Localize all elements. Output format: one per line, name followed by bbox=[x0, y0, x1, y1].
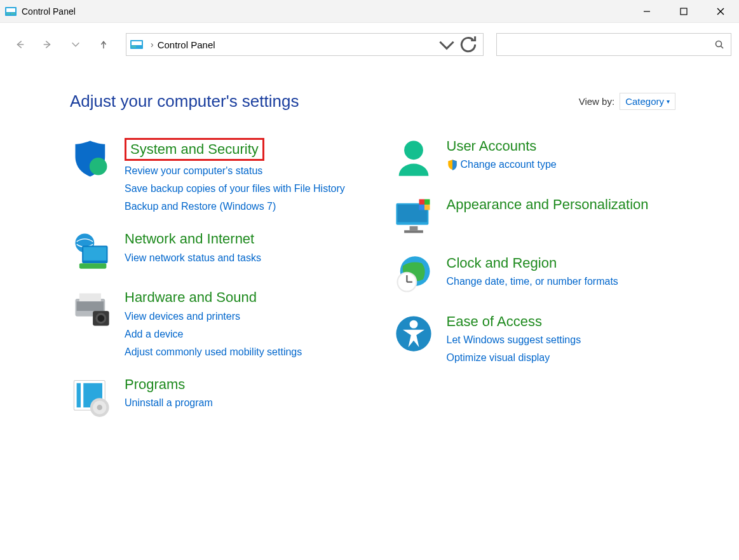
control-panel-icon bbox=[5, 6, 17, 17]
shield-icon bbox=[70, 137, 113, 180]
svg-rect-38 bbox=[419, 199, 424, 205]
svg-rect-41 bbox=[424, 205, 430, 210]
category-link[interactable]: Backup and Restore (Windows 7) bbox=[125, 199, 345, 214]
content: Adjust your computer's settings View by:… bbox=[0, 66, 739, 418]
titlebar: Control Panel bbox=[0, 0, 739, 23]
recent-locations-button[interactable] bbox=[64, 32, 88, 57]
uac-shield-icon bbox=[447, 159, 458, 170]
svg-rect-37 bbox=[404, 230, 423, 233]
category-link[interactable]: View network status and tasks bbox=[125, 250, 261, 266]
svg-point-48 bbox=[409, 320, 417, 329]
address-dropdown-button[interactable] bbox=[436, 34, 458, 55]
categories: System and Security Review your computer… bbox=[70, 137, 675, 418]
up-button[interactable] bbox=[92, 32, 116, 57]
svg-rect-19 bbox=[83, 247, 106, 261]
category-column-left: System and Security Review your computer… bbox=[70, 137, 354, 418]
category-title-wrapper: System and Security bbox=[125, 138, 345, 161]
category-network: Network and Internet View network status… bbox=[70, 229, 354, 273]
svg-rect-12 bbox=[132, 41, 142, 45]
chevron-right-icon: › bbox=[151, 39, 154, 50]
category-link[interactable]: Let Windows suggest settings bbox=[447, 332, 581, 348]
category-appearance: Appearance and Personalization bbox=[392, 195, 676, 238]
programs-icon bbox=[70, 375, 113, 418]
page-title: Adjust your computer's settings bbox=[70, 92, 299, 111]
category-link[interactable]: View devices and printers bbox=[125, 309, 302, 324]
category-ease-of-access: Ease of Access Let Windows suggest setti… bbox=[392, 312, 676, 365]
category-title[interactable]: Network and Internet bbox=[125, 231, 261, 247]
category-programs: Programs Uninstall a program bbox=[70, 375, 354, 418]
category-title[interactable]: Programs bbox=[125, 376, 213, 393]
svg-point-32 bbox=[97, 405, 103, 411]
svg-rect-22 bbox=[79, 294, 101, 302]
svg-rect-36 bbox=[409, 226, 417, 230]
minimize-button[interactable] bbox=[628, 0, 665, 22]
category-title[interactable]: System and Security bbox=[125, 138, 264, 161]
category-system-security: System and Security Review your computer… bbox=[70, 137, 354, 214]
category-title[interactable]: Hardware and Sound bbox=[125, 289, 302, 306]
accessibility-icon bbox=[392, 312, 435, 355]
address-icon bbox=[130, 39, 143, 50]
network-icon bbox=[70, 229, 113, 273]
back-button[interactable] bbox=[8, 32, 32, 57]
category-link[interactable]: Change account type bbox=[447, 157, 557, 172]
category-link[interactable]: Change date, time, or number formats bbox=[447, 274, 618, 289]
search-box[interactable] bbox=[496, 33, 731, 56]
category-title[interactable]: Clock and Region bbox=[447, 255, 618, 271]
category-link[interactable]: Optimize visual display bbox=[447, 350, 581, 365]
printer-icon bbox=[70, 288, 113, 331]
view-by: View by: Category ▾ bbox=[579, 93, 675, 110]
address-bar[interactable]: › Control Panel bbox=[126, 33, 484, 56]
category-link[interactable]: Add a device bbox=[125, 327, 302, 342]
window-controls bbox=[628, 0, 739, 22]
category-title[interactable]: Ease of Access bbox=[447, 313, 581, 330]
close-button[interactable] bbox=[702, 0, 739, 22]
category-title[interactable]: Appearance and Personalization bbox=[447, 196, 649, 213]
svg-point-33 bbox=[404, 140, 423, 160]
svg-rect-13 bbox=[132, 46, 136, 48]
svg-rect-23 bbox=[77, 302, 104, 311]
category-link[interactable]: Save backup copies of your files with Fi… bbox=[125, 181, 345, 196]
category-link[interactable]: Uninstall a program bbox=[125, 395, 213, 411]
category-link-text: Change account type bbox=[461, 157, 557, 172]
header-row: Adjust your computer's settings View by:… bbox=[70, 92, 675, 111]
view-by-value: Category bbox=[625, 96, 664, 107]
search-icon bbox=[714, 39, 724, 50]
svg-point-26 bbox=[98, 315, 105, 322]
search-input[interactable] bbox=[503, 39, 714, 50]
svg-rect-20 bbox=[79, 264, 107, 270]
chevron-down-icon: ▾ bbox=[667, 98, 670, 105]
svg-line-15 bbox=[721, 46, 724, 49]
clock-globe-icon bbox=[392, 254, 435, 297]
forward-button[interactable] bbox=[36, 32, 60, 57]
view-by-dropdown[interactable]: Category ▾ bbox=[620, 93, 675, 110]
svg-rect-39 bbox=[424, 199, 430, 205]
svg-rect-1 bbox=[6, 8, 15, 12]
category-clock: Clock and Region Change date, time, or n… bbox=[392, 254, 676, 297]
category-column-right: User Accounts Change account type Appear… bbox=[392, 137, 676, 418]
category-title[interactable]: User Accounts bbox=[447, 138, 557, 154]
category-link[interactable]: Adjust commonly used mobility settings bbox=[125, 345, 302, 360]
svg-rect-3 bbox=[11, 13, 15, 15]
svg-rect-28 bbox=[77, 383, 81, 407]
svg-rect-40 bbox=[419, 205, 424, 210]
window-title: Control Panel bbox=[22, 6, 628, 17]
refresh-button[interactable] bbox=[458, 34, 479, 55]
maximize-button[interactable] bbox=[665, 0, 702, 22]
category-hardware: Hardware and Sound View devices and prin… bbox=[70, 288, 354, 359]
navbar: › Control Panel bbox=[0, 23, 739, 66]
svg-point-14 bbox=[716, 41, 722, 47]
monitor-icon bbox=[392, 195, 435, 238]
user-icon bbox=[392, 137, 435, 180]
svg-point-16 bbox=[90, 158, 107, 175]
category-user-accounts: User Accounts Change account type bbox=[392, 137, 676, 180]
svg-rect-5 bbox=[681, 8, 687, 15]
view-by-label: View by: bbox=[579, 96, 614, 107]
svg-rect-2 bbox=[6, 13, 10, 15]
category-link[interactable]: Review your computer's status bbox=[125, 163, 345, 179]
address-path: Control Panel bbox=[158, 39, 436, 50]
